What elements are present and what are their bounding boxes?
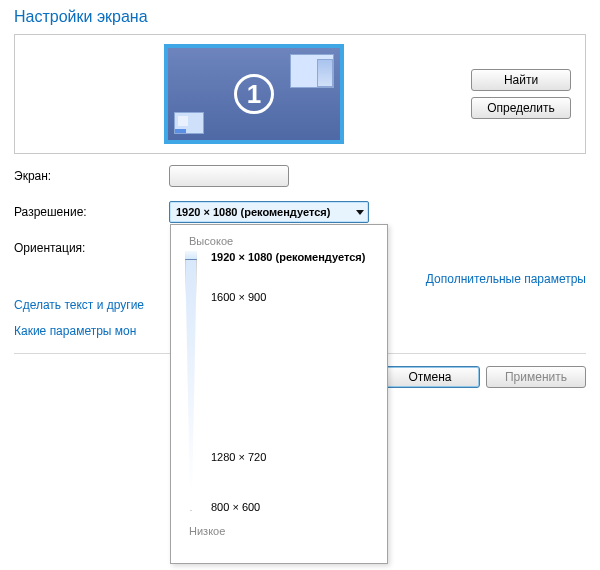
resolution-slider[interactable] [185,251,197,511]
identify-button[interactable]: Определить [471,97,571,119]
monitor-preview[interactable]: 1 [164,44,344,144]
desktop-thumbnail-icon [174,112,204,134]
display-preview-panel: 1 Найти Определить [14,34,586,154]
resolution-select-value: 1920 × 1080 (рекомендуется) [176,206,330,218]
resolution-select[interactable]: 1920 × 1080 (рекомендуется) [169,201,369,223]
orientation-label: Ориентация: [14,241,169,255]
resolution-option[interactable]: 1280 × 720 [211,451,266,463]
display-arrangement-icon [290,54,334,88]
slider-high-label: Высокое [189,235,379,247]
apply-button[interactable]: Применить [486,366,586,388]
resolution-option[interactable]: 1600 × 900 [211,291,266,303]
monitor-params-link[interactable]: Какие параметры мон [14,318,136,344]
advanced-settings-link[interactable]: Дополнительные параметры [426,272,586,286]
find-button[interactable]: Найти [471,69,571,91]
resolution-flyout: Высокое 1920 × 1080 (рекомендуется)1600 … [170,224,388,564]
monitor-number-badge: 1 [234,74,274,114]
slider-low-label: Низкое [189,525,379,537]
resolution-option[interactable]: 800 × 600 [211,501,260,513]
screen-select[interactable] [169,165,289,187]
resolution-options-list: 1920 × 1080 (рекомендуется)1600 × 900128… [211,251,379,511]
text-scale-link[interactable]: Сделать текст и другие [14,292,144,318]
resolution-option[interactable]: 1920 × 1080 (рекомендуется) [211,251,365,263]
chevron-down-icon [356,210,364,215]
screen-label: Экран: [14,169,169,183]
slider-thumb[interactable] [181,249,203,260]
cancel-button[interactable]: Отмена [380,366,480,388]
page-title: Настройки экрана [0,0,600,30]
resolution-label: Разрешение: [14,205,169,219]
